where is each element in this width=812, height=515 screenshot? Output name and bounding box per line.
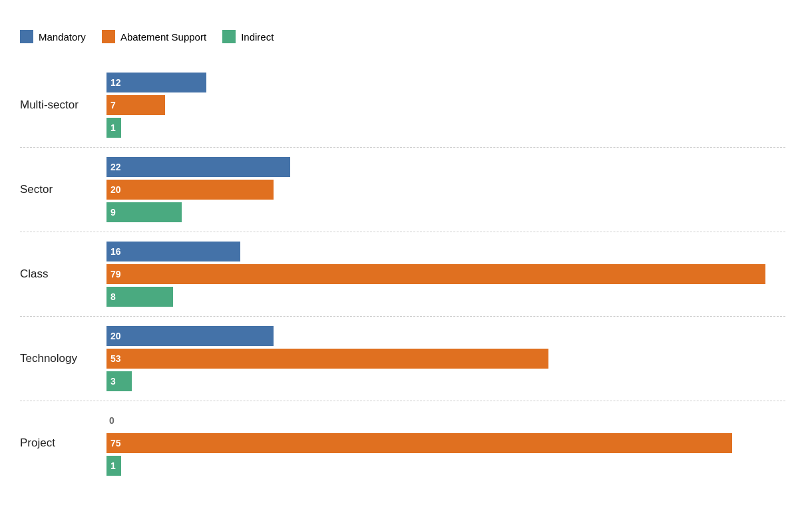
bar-row-mandatory: 22 bbox=[106, 157, 785, 177]
group-row-sector: Sector22209 bbox=[20, 148, 785, 232]
chart-legend: Mandatory Abatement Support Indirect bbox=[20, 30, 785, 43]
bar-row-indirect: 3 bbox=[106, 371, 785, 391]
bars-area: 1271 bbox=[106, 73, 785, 138]
bar-row-mandatory: 16 bbox=[106, 242, 785, 261]
bar-row-mandatory: 12 bbox=[106, 73, 785, 92]
bar-mandatory: 16 bbox=[106, 242, 240, 261]
row-label: Technology bbox=[20, 352, 106, 365]
legend-swatch-mandatory bbox=[20, 30, 33, 43]
bar-abatement: 20 bbox=[106, 180, 274, 200]
bar-row-mandatory: 20 bbox=[106, 326, 785, 346]
bar-row-indirect: 9 bbox=[106, 202, 785, 222]
bar-row-abatement: 75 bbox=[106, 433, 785, 453]
legend-item-mandatory: Mandatory bbox=[20, 30, 86, 43]
bar-indirect: 1 bbox=[106, 118, 121, 138]
bars-area: 22209 bbox=[106, 157, 785, 222]
row-label: Multi-sector bbox=[20, 98, 106, 112]
bars-area: 16798 bbox=[106, 242, 785, 307]
bar-indirect: 8 bbox=[106, 287, 173, 307]
bar-abatement: 75 bbox=[106, 433, 732, 453]
bar-row-indirect: 8 bbox=[106, 287, 785, 307]
bars-area: 0751 bbox=[106, 411, 785, 476]
row-label: Project bbox=[20, 436, 106, 450]
group-row-technology: Technology20533 bbox=[20, 317, 785, 401]
group-row-multi-sector: Multi-sector1271 bbox=[20, 63, 785, 148]
bar-row-abatement: 20 bbox=[106, 180, 785, 200]
group-row-class: Class16798 bbox=[20, 232, 785, 317]
chart-container: Mandatory Abatement Support Indirect Mul… bbox=[13, 17, 799, 498]
chart-body: Multi-sector1271Sector22209Class16798Tec… bbox=[20, 63, 785, 485]
bar-indirect: 3 bbox=[106, 371, 132, 391]
bar-row-indirect: 1 bbox=[106, 456, 785, 476]
group-row-project: Project0751 bbox=[20, 401, 785, 485]
bar-row-abatement: 7 bbox=[106, 95, 785, 115]
row-label: Class bbox=[20, 267, 106, 281]
legend-label-indirect: Indirect bbox=[241, 31, 274, 43]
bar-row-abatement: 53 bbox=[106, 349, 785, 369]
bar-mandatory: 12 bbox=[106, 73, 206, 92]
bar-mandatory: 20 bbox=[106, 326, 274, 346]
legend-label-mandatory: Mandatory bbox=[39, 31, 86, 43]
bar-indirect: 1 bbox=[106, 456, 121, 476]
bar-abatement: 53 bbox=[106, 349, 548, 369]
legend-item-abatement-support: Abatement Support bbox=[102, 30, 206, 43]
legend-item-indirect: Indirect bbox=[222, 30, 274, 43]
bar-row-indirect: 1 bbox=[106, 118, 785, 138]
bar-indirect: 9 bbox=[106, 202, 182, 222]
bars-area: 20533 bbox=[106, 326, 785, 391]
bar-abatement: 79 bbox=[106, 264, 765, 284]
bar-row-abatement: 79 bbox=[106, 264, 785, 284]
legend-label-abatement-support: Abatement Support bbox=[120, 31, 206, 43]
bar-zero: 0 bbox=[106, 415, 114, 426]
legend-swatch-indirect bbox=[222, 30, 236, 43]
bar-row-mandatory: 0 bbox=[106, 411, 785, 430]
legend-swatch-abatement-support bbox=[102, 30, 115, 43]
row-label: Sector bbox=[20, 183, 106, 196]
bar-abatement: 7 bbox=[106, 95, 165, 115]
bar-mandatory: 22 bbox=[106, 157, 290, 177]
